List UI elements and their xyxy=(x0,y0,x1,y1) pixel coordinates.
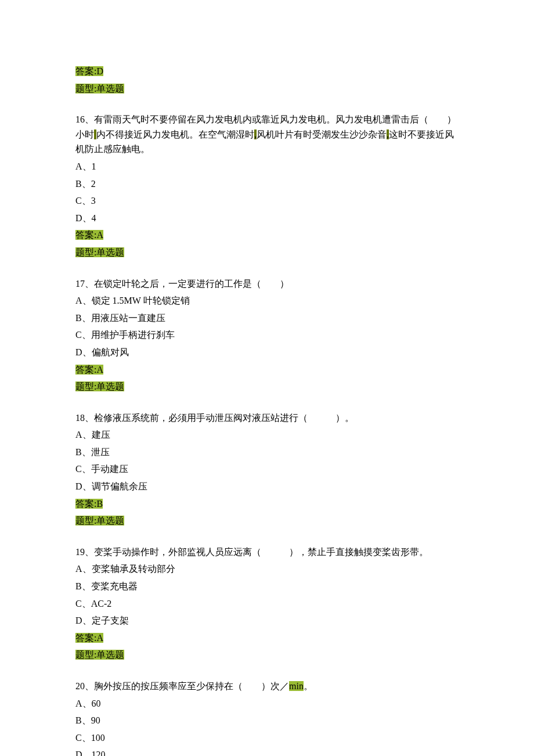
option-b: B、泄压 xyxy=(75,445,459,460)
type-label: 题型:单选题 xyxy=(75,650,124,660)
answer-value: D xyxy=(96,66,103,76)
option-a: A、1 xyxy=(75,159,459,174)
answer-prefix: 答案: xyxy=(75,633,96,643)
option-c: C、手动建压 xyxy=(75,462,459,477)
type-line: 题型:单选题 xyxy=(75,245,459,260)
question-stem: 19、变桨手动操作时，外部监视人员应远离（ ），禁止手直接触摸变桨齿形带。 xyxy=(75,545,459,560)
stem-part-1: 内不得接近风力发电机。在空气潮湿时 xyxy=(96,129,254,139)
type-label: 题型:单选题 xyxy=(75,516,124,525)
option-d: D、调节偏航余压 xyxy=(75,479,459,494)
option-b: B、用液压站一直建压 xyxy=(75,311,459,326)
answer-line: 答案:A xyxy=(75,228,459,243)
type-line: 题型:单选题 xyxy=(75,513,459,528)
answer-line: 答案:B xyxy=(75,496,459,512)
option-a: A、建压 xyxy=(75,427,459,442)
type-line: 题型:单选题 xyxy=(75,647,459,663)
stem-part-0: 20、胸外按压的按压频率应至少保持在（ ）次／ xyxy=(75,681,289,691)
option-a: A、变桨轴承及转动部分 xyxy=(75,561,459,577)
option-a: A、60 xyxy=(75,696,459,711)
type-label: 题型:单选题 xyxy=(75,84,124,93)
type-label: 题型:单选题 xyxy=(75,247,124,257)
answer-label: 答案:A xyxy=(75,365,103,375)
answer-line: 答案:A xyxy=(75,631,459,646)
answer-label: 答案:A xyxy=(75,230,103,240)
answer-value: A xyxy=(96,633,103,643)
answer-label: 答案:A xyxy=(75,633,103,643)
stem-part-2: 。 xyxy=(304,681,313,691)
option-c: C、AC-2 xyxy=(75,596,459,611)
answer-prefix: 答案: xyxy=(75,66,96,76)
answer-prefix: 答案: xyxy=(75,365,96,375)
option-c: C、用维护手柄进行刹车 xyxy=(75,327,459,343)
option-c: C、3 xyxy=(75,193,459,208)
stem-highlight-min: min xyxy=(289,681,304,691)
option-b: B、变桨充电器 xyxy=(75,579,459,594)
option-b: B、90 xyxy=(75,713,459,728)
answer-prefix: 答案: xyxy=(75,230,96,240)
question-17: 17、在锁定叶轮之后，一定要进行的工作是（ ） A、锁定 1.5MW 叶轮锁定销… xyxy=(75,276,459,394)
answer-label: 答案:B xyxy=(75,499,103,509)
answer-value: A xyxy=(96,365,103,375)
option-d: D、120 xyxy=(75,747,459,756)
question-20: 20、胸外按压的按压频率应至少保持在（ ）次／min。 A、60 B、90 C、… xyxy=(75,679,459,756)
question-19: 19、变桨手动操作时，外部监视人员应远离（ ），禁止手直接触摸变桨齿形带。 A、… xyxy=(75,545,459,663)
option-d: D、偏航对风 xyxy=(75,345,459,360)
type-line: 题型:单选题 xyxy=(75,379,459,394)
question-16: 16、有雷雨天气时不要停留在风力发电机内或靠近风力发电机。风力发电机遭雷击后（ … xyxy=(75,112,459,260)
answer-prefix: 答案: xyxy=(75,499,96,509)
option-d: D、定子支架 xyxy=(75,613,459,628)
option-a: A、锁定 1.5MW 叶轮锁定销 xyxy=(75,293,459,308)
question-stem: 20、胸外按压的按压频率应至少保持在（ ）次／min。 xyxy=(75,679,459,694)
option-c: C、100 xyxy=(75,730,459,746)
question-stem: 17、在锁定叶轮之后，一定要进行的工作是（ ） xyxy=(75,276,459,291)
top-answer-block: 答案:D 题型:单选题 xyxy=(75,64,459,96)
answer-line: 答案:D xyxy=(75,64,459,79)
type-line: 题型:单选题 xyxy=(75,81,459,96)
question-stem: 16、有雷雨天气时不要停留在风力发电机内或靠近风力发电机。风力发电机遭雷击后（ … xyxy=(75,112,459,157)
answer-value: A xyxy=(96,230,103,240)
answer-label: 答案:D xyxy=(75,66,103,76)
stem-part-2: 风机叶片有时受潮发生沙沙杂音 xyxy=(257,129,387,139)
type-label: 题型:单选题 xyxy=(75,381,124,391)
answer-line: 答案:A xyxy=(75,362,459,377)
answer-value: B xyxy=(96,499,103,509)
question-18: 18、检修液压系统前，必须用手动泄压阀对液压站进行（ ）。 A、建压 B、泄压 … xyxy=(75,411,459,528)
option-d: D、4 xyxy=(75,211,459,226)
option-b: B、2 xyxy=(75,177,459,192)
question-stem: 18、检修液压系统前，必须用手动泄压阀对液压站进行（ ）。 xyxy=(75,411,459,426)
